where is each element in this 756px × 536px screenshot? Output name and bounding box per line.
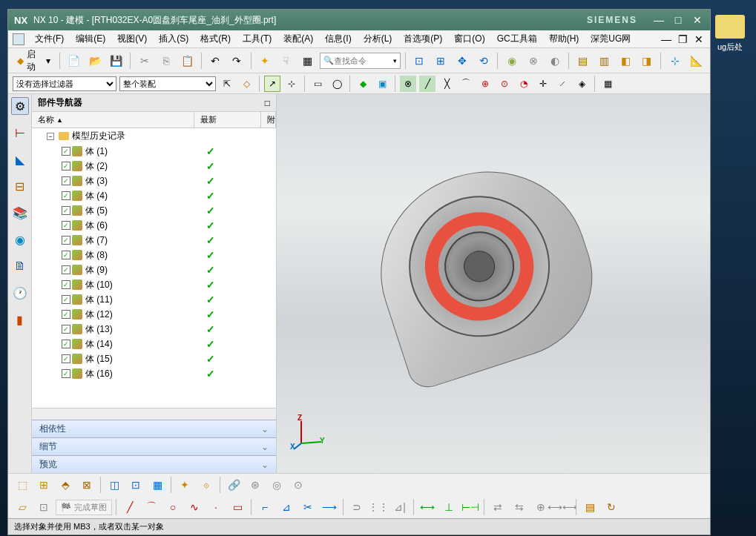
checkbox[interactable]: ✓ (62, 176, 70, 185)
touch-mode-button[interactable]: ☟ (277, 51, 295, 70)
mirror-curve-button[interactable]: ⊿| (390, 497, 410, 517)
tangent-button[interactable]: ⊗ (400, 76, 416, 92)
menu-item[interactable]: 信息(I) (319, 31, 357, 47)
paste-button[interactable]: 📋 (178, 51, 197, 70)
tree-body-item[interactable]: ✓体 (12)✓ (32, 307, 276, 322)
zoom-button[interactable]: ⊞ (432, 51, 450, 70)
col-name[interactable]: 名称 ▲ (32, 112, 194, 128)
snap-mid-button[interactable]: ⊹ (283, 76, 300, 92)
face-rule-button[interactable]: ◆ (355, 76, 371, 92)
pin-icon[interactable]: □ (265, 98, 270, 108)
horizontal-scrollbar[interactable] (32, 408, 276, 420)
menu-item[interactable]: 窗口(O) (448, 31, 490, 47)
hd3d-tab[interactable]: 📚 (11, 204, 29, 222)
replace-component-button[interactable]: ⊡ (126, 475, 145, 494)
tree-body-item[interactable]: ✓体 (10)✓ (32, 277, 276, 292)
menu-item[interactable]: 深莞UG网 (585, 31, 637, 47)
clearance-button[interactable]: ◎ (267, 475, 286, 494)
open-button[interactable]: 📂 (86, 51, 105, 70)
point-button[interactable]: · (206, 497, 226, 517)
undo-button[interactable]: ↶ (206, 51, 225, 70)
convert-button[interactable]: ⇄ (488, 497, 507, 517)
details-section[interactable]: 细节 ⌄ (32, 437, 276, 455)
tree-body-item[interactable]: ✓体 (7)✓ (32, 233, 276, 248)
menu-item[interactable]: 帮助(H) (543, 31, 585, 47)
control-pt-button[interactable]: ⌒ (458, 76, 474, 92)
new-button[interactable]: 📄 (65, 51, 83, 70)
see-thru-button[interactable]: ◐ (545, 51, 564, 70)
model-history-tree[interactable]: − 模型历史记录 ✓体 (1)✓✓体 (2)✓✓体 (3)✓✓体 (4)✓✓体 … (32, 128, 276, 408)
rotate-button[interactable]: ⟲ (475, 51, 493, 70)
tree-root[interactable]: − 模型历史记录 (32, 128, 276, 144)
command-finder-button[interactable]: ✦ (255, 51, 274, 70)
minimize-button[interactable]: — (652, 13, 665, 27)
fit-button[interactable]: ⊡ (410, 51, 429, 70)
mdi-minimize[interactable]: — (660, 33, 673, 46)
copy-button[interactable]: ⎘ (157, 51, 175, 70)
exploded-view-button[interactable]: ✦ (175, 475, 194, 494)
layer-button[interactable]: ▤ (573, 51, 592, 70)
finish-sketch-button[interactable]: 🏁完成草图 (56, 500, 112, 515)
circle-button[interactable]: ○ (163, 497, 183, 517)
dimension-button[interactable]: ⟷ (418, 497, 437, 517)
sketch-button[interactable]: ▱ (13, 497, 32, 517)
checkbox[interactable]: ✓ (62, 340, 70, 348)
snap-point-button[interactable]: ↗ (264, 76, 280, 92)
arrangement-button[interactable]: ▦ (148, 475, 167, 494)
constraint-navigator-tab[interactable]: ◣ (11, 150, 29, 168)
coord-input-button[interactable]: ▦ (599, 76, 616, 92)
mdi-close[interactable]: ✕ (692, 33, 706, 46)
arc-button[interactable]: ⌒ (142, 497, 161, 517)
chamfer-button[interactable]: ⊿ (277, 497, 296, 517)
tree-body-item[interactable]: ✓体 (9)✓ (32, 262, 276, 277)
menu-item[interactable]: 文件(F) (29, 31, 70, 47)
menu-item[interactable]: 装配(A) (277, 31, 319, 47)
desktop-folder[interactable]: ug后处 (711, 15, 749, 53)
menu-item[interactable]: 编辑(E) (70, 31, 111, 47)
tree-body-item[interactable]: ✓体 (6)✓ (32, 218, 276, 233)
tree-body-item[interactable]: ✓体 (1)✓ (32, 144, 276, 159)
end-pt-button[interactable]: ╱ (419, 76, 435, 92)
close-button[interactable]: ✕ (691, 13, 704, 27)
launch-menu[interactable]: ◆启动▾ (13, 47, 55, 75)
tree-body-item[interactable]: ✓体 (15)✓ (32, 351, 276, 366)
wireframe-button[interactable]: ⊗ (524, 51, 542, 70)
checkbox[interactable]: ✓ (62, 251, 70, 259)
tree-body-item[interactable]: ✓体 (2)✓ (32, 159, 276, 173)
geo-constraint-button[interactable]: ⊥ (439, 497, 458, 517)
checkbox[interactable]: ✓ (62, 325, 70, 334)
on-surface-button[interactable]: ◈ (573, 76, 590, 92)
redo-button[interactable]: ↷ (228, 51, 246, 70)
tree-body-item[interactable]: ✓体 (3)✓ (32, 173, 276, 188)
assembly-navigator-tab[interactable]: ⊢ (11, 124, 29, 142)
preview-section[interactable]: 预览 ⌄ (32, 455, 276, 473)
menu-item[interactable]: GC工具箱 (491, 31, 543, 47)
checkbox[interactable]: ✓ (62, 354, 70, 363)
measure-button[interactable]: 📐 (687, 51, 706, 70)
col-latest[interactable]: 最新 (194, 112, 261, 128)
mid-pt-button[interactable]: ╳ (438, 76, 455, 92)
quadrant-button[interactable]: ◔ (516, 76, 532, 92)
checkbox[interactable]: ✓ (62, 206, 70, 215)
part-navigator-tab[interactable]: ⚙ (11, 97, 29, 115)
menu-item[interactable]: 首选项(P) (398, 31, 448, 47)
cut-button[interactable]: ✂ (135, 51, 154, 70)
interpart-button[interactable]: ⊛ (246, 475, 265, 494)
tree-body-item[interactable]: ✓体 (8)✓ (32, 248, 276, 262)
lasso-select-button[interactable]: ◯ (329, 76, 345, 92)
collapse-icon[interactable]: − (47, 133, 54, 140)
pattern-component-button[interactable]: ⊠ (77, 475, 96, 494)
save-button[interactable]: 💾 (107, 51, 125, 70)
mirror-assembly-button[interactable]: ◫ (105, 475, 124, 494)
mdi-restore[interactable]: ❐ (676, 33, 689, 46)
menu-item[interactable]: 工具(T) (237, 31, 277, 47)
highlight-button[interactable]: ◇ (238, 76, 254, 92)
search-dropdown-icon[interactable]: ▾ (393, 57, 397, 64)
checkbox[interactable]: ✓ (62, 310, 70, 319)
clip-button[interactable]: ◧ (617, 51, 635, 70)
checkbox[interactable]: ✓ (62, 295, 70, 304)
scope-button[interactable]: ⇱ (219, 76, 235, 92)
graphics-viewport[interactable]: Z Y X (277, 94, 710, 473)
sketch-in-task-button[interactable]: ⊡ (34, 497, 53, 517)
checkbox[interactable]: ✓ (62, 221, 70, 230)
